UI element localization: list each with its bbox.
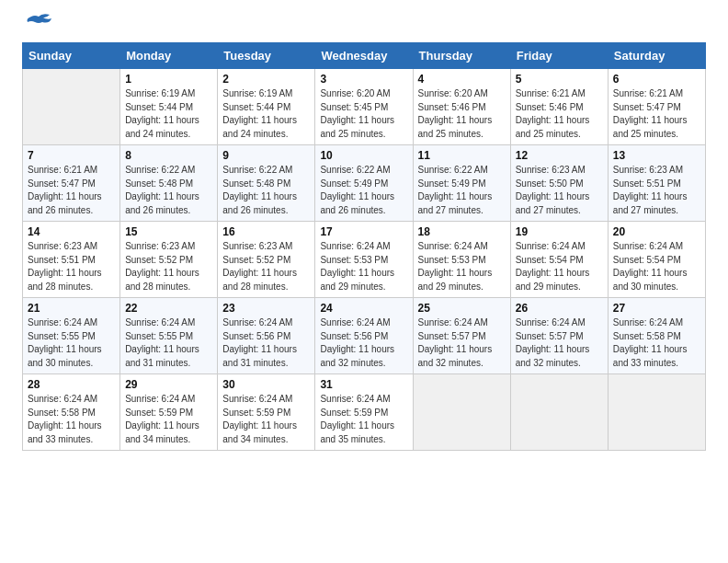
calendar-cell: 4Sunrise: 6:20 AMSunset: 5:46 PMDaylight… (413, 69, 510, 145)
day-number: 31 (320, 378, 407, 391)
day-info: Sunrise: 6:24 AMSunset: 5:53 PMDaylight:… (320, 240, 407, 293)
day-info: Sunrise: 6:24 AMSunset: 5:56 PMDaylight:… (222, 316, 310, 370)
day-info: Sunrise: 6:19 AMSunset: 5:44 PMDaylight:… (125, 87, 212, 141)
day-number: 26 (516, 302, 603, 315)
calendar-cell: 14Sunrise: 6:23 AMSunset: 5:51 PMDayligh… (23, 222, 120, 298)
page-header (22, 18, 706, 33)
day-number: 25 (418, 302, 506, 315)
day-info: Sunrise: 6:24 AMSunset: 5:57 PMDaylight:… (418, 316, 506, 370)
day-info: Sunrise: 6:23 AMSunset: 5:52 PMDaylight:… (222, 240, 310, 293)
weekday-header-wednesday: Wednesday (315, 43, 413, 69)
day-info: Sunrise: 6:24 AMSunset: 5:55 PMDaylight:… (125, 316, 212, 370)
day-info: Sunrise: 6:20 AMSunset: 5:45 PMDaylight:… (320, 87, 407, 141)
day-number: 10 (320, 149, 407, 162)
calendar-cell: 27Sunrise: 6:24 AMSunset: 5:58 PMDayligh… (608, 298, 705, 374)
calendar-cell: 7Sunrise: 6:21 AMSunset: 5:47 PMDaylight… (23, 145, 120, 222)
calendar-cell: 26Sunrise: 6:24 AMSunset: 5:57 PMDayligh… (510, 298, 608, 374)
day-info: Sunrise: 6:20 AMSunset: 5:46 PMDaylight:… (418, 87, 506, 141)
calendar-cell: 18Sunrise: 6:24 AMSunset: 5:53 PMDayligh… (413, 222, 510, 298)
day-info: Sunrise: 6:23 AMSunset: 5:51 PMDaylight:… (613, 164, 700, 217)
day-info: Sunrise: 6:24 AMSunset: 5:54 PMDaylight:… (613, 240, 700, 293)
calendar-cell: 10Sunrise: 6:22 AMSunset: 5:49 PMDayligh… (315, 145, 413, 222)
weekday-header-saturday: Saturday (608, 43, 705, 69)
calendar-cell: 15Sunrise: 6:23 AMSunset: 5:52 PMDayligh… (120, 222, 218, 298)
calendar-cell (608, 374, 705, 451)
day-info: Sunrise: 6:23 AMSunset: 5:51 PMDaylight:… (28, 240, 115, 293)
day-info: Sunrise: 6:24 AMSunset: 5:59 PMDaylight:… (222, 393, 310, 446)
weekday-header-friday: Friday (510, 43, 608, 69)
day-number: 23 (222, 302, 310, 315)
calendar-cell: 12Sunrise: 6:23 AMSunset: 5:50 PMDayligh… (510, 145, 608, 222)
weekday-header-tuesday: Tuesday (218, 43, 315, 69)
calendar-cell (23, 69, 120, 145)
day-number: 3 (320, 73, 407, 86)
calendar-week-row: 1Sunrise: 6:19 AMSunset: 5:44 PMDaylight… (23, 69, 706, 145)
day-info: Sunrise: 6:23 AMSunset: 5:50 PMDaylight:… (516, 164, 603, 217)
calendar-cell: 20Sunrise: 6:24 AMSunset: 5:54 PMDayligh… (608, 222, 705, 298)
logo (22, 22, 53, 33)
day-info: Sunrise: 6:24 AMSunset: 5:54 PMDaylight:… (516, 240, 603, 293)
day-number: 1 (125, 73, 212, 86)
day-info: Sunrise: 6:24 AMSunset: 5:55 PMDaylight:… (28, 316, 115, 370)
calendar-cell (510, 374, 608, 451)
day-number: 27 (613, 302, 700, 315)
day-info: Sunrise: 6:21 AMSunset: 5:47 PMDaylight:… (28, 164, 115, 217)
day-number: 18 (418, 225, 506, 238)
day-info: Sunrise: 6:24 AMSunset: 5:57 PMDaylight:… (516, 316, 603, 370)
logo-bird-icon (24, 13, 53, 33)
day-number: 22 (125, 302, 212, 315)
calendar-cell: 1Sunrise: 6:19 AMSunset: 5:44 PMDaylight… (120, 69, 218, 145)
calendar-cell: 25Sunrise: 6:24 AMSunset: 5:57 PMDayligh… (413, 298, 510, 374)
day-number: 19 (516, 225, 603, 238)
day-number: 21 (28, 302, 115, 315)
day-info: Sunrise: 6:23 AMSunset: 5:52 PMDaylight:… (125, 240, 212, 293)
calendar-cell: 9Sunrise: 6:22 AMSunset: 5:48 PMDaylight… (218, 145, 315, 222)
day-number: 5 (516, 73, 603, 86)
day-number: 30 (222, 378, 310, 391)
calendar-cell: 8Sunrise: 6:22 AMSunset: 5:48 PMDaylight… (120, 145, 218, 222)
day-info: Sunrise: 6:24 AMSunset: 5:56 PMDaylight:… (320, 316, 407, 370)
calendar-cell: 16Sunrise: 6:23 AMSunset: 5:52 PMDayligh… (218, 222, 315, 298)
calendar-cell: 29Sunrise: 6:24 AMSunset: 5:59 PMDayligh… (120, 374, 218, 451)
day-number: 4 (418, 73, 506, 86)
day-number: 8 (125, 149, 212, 162)
day-info: Sunrise: 6:24 AMSunset: 5:59 PMDaylight:… (320, 393, 407, 446)
calendar-week-row: 21Sunrise: 6:24 AMSunset: 5:55 PMDayligh… (23, 298, 706, 374)
calendar-cell (413, 374, 510, 451)
day-info: Sunrise: 6:22 AMSunset: 5:49 PMDaylight:… (418, 164, 506, 217)
calendar-cell: 3Sunrise: 6:20 AMSunset: 5:45 PMDaylight… (315, 69, 413, 145)
day-number: 17 (320, 225, 407, 238)
day-number: 11 (418, 149, 506, 162)
calendar-cell: 23Sunrise: 6:24 AMSunset: 5:56 PMDayligh… (218, 298, 315, 374)
day-info: Sunrise: 6:21 AMSunset: 5:47 PMDaylight:… (613, 87, 700, 141)
day-info: Sunrise: 6:19 AMSunset: 5:44 PMDaylight:… (222, 87, 310, 141)
day-info: Sunrise: 6:24 AMSunset: 5:59 PMDaylight:… (125, 393, 212, 446)
calendar-week-row: 7Sunrise: 6:21 AMSunset: 5:47 PMDaylight… (23, 145, 706, 222)
calendar-cell: 30Sunrise: 6:24 AMSunset: 5:59 PMDayligh… (218, 374, 315, 451)
day-info: Sunrise: 6:22 AMSunset: 5:49 PMDaylight:… (320, 164, 407, 217)
calendar-cell: 24Sunrise: 6:24 AMSunset: 5:56 PMDayligh… (315, 298, 413, 374)
day-number: 24 (320, 302, 407, 315)
calendar-cell: 28Sunrise: 6:24 AMSunset: 5:58 PMDayligh… (23, 374, 120, 451)
day-number: 7 (28, 149, 115, 162)
day-number: 12 (516, 149, 603, 162)
day-number: 13 (613, 149, 700, 162)
day-number: 29 (125, 378, 212, 391)
day-info: Sunrise: 6:24 AMSunset: 5:58 PMDaylight:… (613, 316, 700, 370)
weekday-header-sunday: Sunday (23, 43, 120, 69)
day-info: Sunrise: 6:22 AMSunset: 5:48 PMDaylight:… (125, 164, 212, 217)
day-info: Sunrise: 6:24 AMSunset: 5:58 PMDaylight:… (28, 393, 115, 446)
weekday-header-thursday: Thursday (413, 43, 510, 69)
calendar-cell: 31Sunrise: 6:24 AMSunset: 5:59 PMDayligh… (315, 374, 413, 451)
weekday-header-monday: Monday (120, 43, 218, 69)
day-info: Sunrise: 6:22 AMSunset: 5:48 PMDaylight:… (222, 164, 310, 217)
day-number: 6 (613, 73, 700, 86)
day-number: 28 (28, 378, 115, 391)
day-number: 16 (222, 225, 310, 238)
calendar-header-row: SundayMondayTuesdayWednesdayThursdayFrid… (23, 43, 706, 69)
calendar-cell: 19Sunrise: 6:24 AMSunset: 5:54 PMDayligh… (510, 222, 608, 298)
calendar-cell: 5Sunrise: 6:21 AMSunset: 5:46 PMDaylight… (510, 69, 608, 145)
day-number: 9 (222, 149, 310, 162)
calendar-week-row: 14Sunrise: 6:23 AMSunset: 5:51 PMDayligh… (23, 222, 706, 298)
day-number: 15 (125, 225, 212, 238)
